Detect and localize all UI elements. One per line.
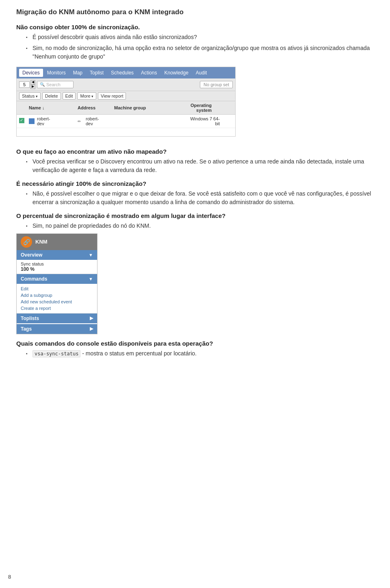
section1-heading: Não consigo obter 100% de sincronização.	[16, 24, 374, 30]
tags-arrow: ▶	[90, 326, 93, 331]
row-address: robert-dev	[86, 116, 122, 126]
section5-bullet1: vsa-sync-status - mostra o status em per…	[26, 349, 374, 358]
nav-knowledge[interactable]: Knowledge	[161, 69, 191, 77]
tags-label: Tags	[21, 326, 32, 332]
delete-button[interactable]: Delete	[42, 92, 61, 100]
table-header: Name ↓ Address Machine group Operatingsy…	[17, 101, 235, 115]
knm-panel-title: KNM	[35, 239, 48, 245]
search-field[interactable]: 🔍 Search	[37, 81, 74, 88]
section1-bullet1: Sim, no modo de sincronização, há uma op…	[26, 44, 374, 61]
more-button[interactable]: More	[77, 92, 96, 100]
section4-bullet1: Sim, no painel de propriedades do nó do …	[26, 222, 374, 230]
nav-audit[interactable]: Audit	[193, 69, 210, 77]
num-input[interactable]	[19, 81, 30, 88]
nav-monitors[interactable]: Monitors	[44, 69, 69, 77]
section5-suffix: - mostra o status em percentual por loca…	[80, 350, 197, 357]
sync-status-value: 100 %	[21, 266, 93, 272]
col-machinegroup-header: Machine group	[114, 105, 163, 110]
view-report-button[interactable]: View report	[98, 92, 126, 100]
section1-sub-heading: É possível descobrir quais ativos ainda …	[26, 33, 374, 41]
cmd-createreport-link[interactable]: Create a report	[21, 305, 93, 311]
knm-navbar: Devices Monitors Map Toplist Schedules A…	[17, 67, 235, 78]
section2-bullet: Você precisa verificar se o Discovery en…	[26, 157, 374, 174]
commands-body: Edit Add a subgroup Add new scheduled ev…	[17, 284, 97, 314]
knm-action-bar: Status Delete Edit More View report	[17, 91, 235, 101]
search-icon: 🔍	[40, 82, 45, 87]
tags-section[interactable]: Tags ▶	[17, 324, 97, 334]
knm-panel-header: 🔗 KNM	[17, 234, 97, 250]
spin-down[interactable]: ◀	[30, 80, 35, 85]
overview-section[interactable]: Overview ▼	[17, 250, 97, 260]
nav-schedules[interactable]: Schedules	[108, 69, 137, 77]
pencil-icon: ✏	[78, 119, 81, 124]
no-group-selector[interactable]: No group set	[200, 81, 233, 88]
search-placeholder: Search	[46, 82, 61, 87]
checked-icon	[19, 118, 24, 123]
row-os: Windows 7 64-bit	[171, 116, 224, 126]
nav-toplist[interactable]: Toplist	[87, 69, 107, 77]
spin-fwd[interactable]: ▶	[30, 85, 35, 89]
table-empty-space	[17, 128, 235, 136]
section2-heading: O que eu faço ao encontrar um ativo não …	[16, 148, 374, 155]
row-name: robert-dev	[37, 116, 78, 126]
section5-heading: Quais comandos do console estão disponív…	[16, 340, 374, 347]
toplists-arrow: ▶	[90, 316, 93, 321]
overview-label: Overview	[21, 252, 42, 258]
num-spinner-group: ◀ ▶	[19, 80, 35, 89]
page-title: Migração do KNM autônomo para o KNM inte…	[16, 8, 374, 16]
commands-section[interactable]: Commands ▼	[17, 274, 97, 284]
table-row: robert-dev ✏ robert-dev Windows 7 64-bit	[17, 115, 235, 128]
overview-arrow: ▼	[89, 253, 93, 257]
nav-map[interactable]: Map	[70, 69, 86, 77]
section3-heading: É necessário atingir 100% de sincronizaç…	[16, 180, 374, 187]
cmd-edit-link[interactable]: Edit	[21, 285, 93, 292]
nav-devices[interactable]: Devices	[19, 69, 43, 77]
row-icon	[29, 118, 37, 124]
col-address-header: Address	[78, 105, 114, 110]
cmd-addevent-link[interactable]: Add new scheduled event	[21, 298, 93, 305]
overview-body: Sync status 100 %	[17, 260, 97, 274]
cmd-addsubgroup-link[interactable]: Add a subgroup	[21, 292, 93, 298]
edit-button[interactable]: Edit	[63, 92, 76, 100]
knm-screenshot-box: Devices Monitors Map Toplist Schedules A…	[16, 67, 236, 137]
sync-status-label: Sync status	[21, 261, 93, 266]
knm-toolbar: ◀ ▶ 🔍 Search No group set	[17, 78, 235, 91]
col-name-header: Name ↓	[29, 105, 78, 110]
device-icon	[29, 118, 35, 124]
row-addr-pencil-icon: ✏	[78, 119, 86, 124]
toplists-label: Toplists	[21, 316, 39, 321]
nav-actions[interactable]: Actions	[138, 69, 160, 77]
knm-panel-icon: 🔗	[21, 236, 32, 248]
section5-code: vsa-sync-status	[32, 350, 80, 357]
section4-heading: O percentual de sincronização é mostrado…	[16, 212, 374, 219]
knm-panel-screenshot: 🔗 KNM Overview ▼ Sync status 100 % Comma…	[16, 233, 98, 334]
commands-arrow: ▼	[89, 277, 93, 281]
status-button[interactable]: Status	[19, 92, 41, 100]
commands-label: Commands	[21, 276, 47, 282]
col-os-header: Operatingsystem	[163, 103, 216, 113]
section3-bullet1: Não, é possível escolher o que migrar e …	[26, 189, 374, 207]
toplists-section[interactable]: Toplists ▶	[17, 314, 97, 323]
row-checkbox[interactable]	[19, 118, 29, 124]
